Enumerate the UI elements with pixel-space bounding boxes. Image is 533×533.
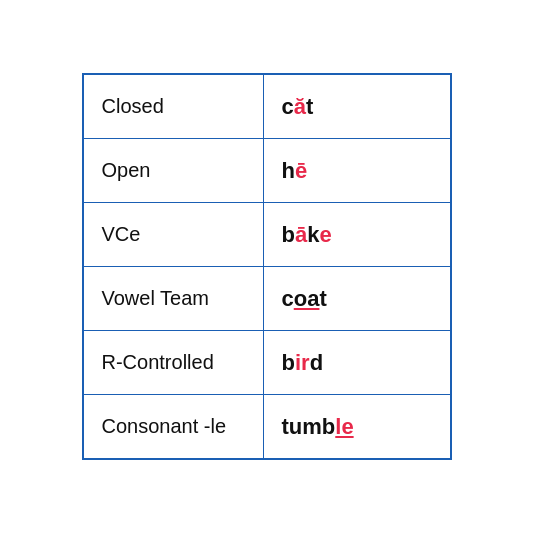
highlight-vowel: ir <box>295 350 310 376</box>
label-closed: Closed <box>84 75 264 138</box>
highlight-e: e <box>319 222 331 248</box>
highlight-vowel: ă <box>294 94 306 120</box>
word-vowel-team: coat <box>264 267 450 330</box>
label-vowel-team: Vowel Team <box>84 267 264 330</box>
table-row: Vowel Team coat <box>84 267 450 331</box>
table-row: R-Controlled bird <box>84 331 450 395</box>
highlight-vowel: ē <box>295 158 307 184</box>
table-row: Closed căt <box>84 75 450 139</box>
word-vce: bāke <box>264 203 450 266</box>
table-row: Open hē <box>84 139 450 203</box>
highlight-le: le <box>335 414 353 440</box>
word-r-controlled: bird <box>264 331 450 394</box>
word-closed: căt <box>264 75 450 138</box>
label-open: Open <box>84 139 264 202</box>
label-consonant-le: Consonant -le <box>84 395 264 458</box>
highlight-vowel: ā <box>295 222 307 248</box>
syllable-types-table: Closed căt Open hē VCe bāke Vowel Team c… <box>82 73 452 460</box>
table-row: VCe bāke <box>84 203 450 267</box>
label-vce: VCe <box>84 203 264 266</box>
highlight-vowel-team: oa <box>294 286 320 312</box>
word-consonant-le: tumble <box>264 395 450 458</box>
label-r-controlled: R-Controlled <box>84 331 264 394</box>
table-row: Consonant -le tumble <box>84 395 450 458</box>
word-open: hē <box>264 139 450 202</box>
